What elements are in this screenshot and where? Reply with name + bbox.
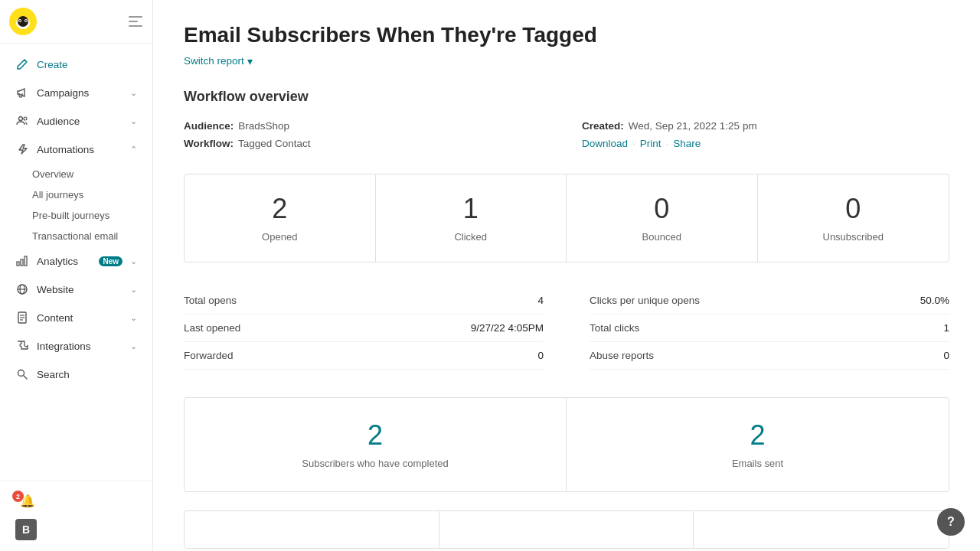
avatar: B (15, 519, 37, 540)
clicks-per-unique-row: Clicks per unique opens 50.0% (590, 287, 949, 315)
workflow-label: Workflow: (184, 138, 234, 149)
sidebar-item-automations[interactable]: Automations ⌃ (5, 135, 148, 163)
sidebar-item-audience[interactable]: Audience ⌄ (5, 107, 148, 135)
automations-label: Automations (37, 144, 122, 155)
workflow-info-grid: Audience: BradsShop Workflow: Tagged Con… (184, 120, 949, 155)
notification-badge: 2 (12, 491, 24, 502)
clicks-per-unique-label: Clicks per unique opens (590, 295, 700, 306)
stat-card-clicked: 1 Clicked (376, 174, 567, 262)
stat-card-bounced: 0 Bounced (567, 174, 758, 262)
switch-report-button[interactable]: Switch report ▾ (184, 55, 253, 67)
emails-sent-label: Emails sent (732, 458, 783, 469)
notification-button[interactable]: 2 🔔 (5, 487, 148, 514)
people-icon (15, 114, 29, 128)
svg-rect-13 (21, 259, 23, 266)
download-link[interactable]: Download (582, 138, 628, 149)
forwarded-row: Forwarded 0 (184, 342, 544, 370)
sidebar-item-search[interactable]: Search (5, 360, 148, 388)
mailchimp-logo[interactable] (9, 8, 37, 35)
avatar-button[interactable]: B (5, 514, 148, 545)
subnav-overview[interactable]: Overview (0, 164, 152, 184)
svg-rect-9 (129, 25, 142, 27)
subnav-transactional[interactable]: Transactional email (0, 226, 152, 246)
subnav-all-journeys[interactable]: All journeys (0, 184, 152, 205)
total-clicks-row: Total clicks 1 (590, 315, 949, 342)
website-chevron: ⌄ (130, 285, 137, 295)
sidebar-item-integrations[interactable]: Integrations ⌄ (5, 332, 148, 360)
analytics-label: Analytics (37, 256, 91, 267)
sidebar-item-content[interactable]: Content ⌄ (5, 304, 148, 331)
sidebar-header (0, 0, 152, 44)
subscribers-completed-card: 2 Subscribers who have completed (185, 398, 567, 491)
sidebar-item-create[interactable]: Create (5, 51, 148, 78)
bounced-label: Bounced (642, 231, 681, 243)
total-opens-label: Total opens (184, 295, 237, 306)
table-col-1 (185, 511, 439, 548)
abuse-reports-row: Abuse reports 0 (590, 342, 949, 370)
svg-rect-7 (129, 16, 142, 18)
page-title: Email Subscribers When They're Tagged (184, 23, 949, 47)
svg-rect-8 (129, 21, 138, 22)
total-clicks-label: Total clicks (590, 322, 639, 334)
svg-point-10 (19, 117, 23, 121)
content-label: Content (37, 312, 122, 324)
opened-number: 2 (200, 193, 360, 225)
emails-sent-number: 2 (582, 419, 933, 452)
campaigns-chevron: ⌄ (130, 88, 137, 98)
total-clicks-value: 1 (943, 322, 949, 334)
workflow-value: Tagged Contact (238, 138, 311, 149)
svg-point-11 (24, 117, 27, 120)
help-button[interactable]: ? (937, 508, 965, 536)
sidebar-item-campaigns[interactable]: Campaigns ⌄ (5, 79, 148, 106)
svg-line-23 (24, 376, 27, 379)
stats-cards: 2 Opened 1 Clicked 0 Bounced 0 Unsubscri… (184, 174, 949, 262)
audience-label: Audience (37, 116, 122, 127)
created-value: Wed, Sep 21, 2022 1:25 pm (629, 120, 757, 132)
sidebar-item-website[interactable]: Website ⌄ (5, 276, 148, 303)
opened-label: Opened (262, 231, 297, 243)
workflow-info-right: Created: Wed, Sep 21, 2022 1:25 pm Downl… (582, 120, 949, 155)
audience-row: Audience: BradsShop (184, 120, 551, 132)
total-opens-value: 4 (537, 295, 544, 306)
total-opens-row: Total opens 4 (184, 287, 544, 315)
bottom-stats-cards: 2 Subscribers who have completed 2 Email… (184, 397, 949, 492)
print-link[interactable]: Print (640, 138, 662, 149)
content-chevron: ⌄ (130, 313, 137, 323)
stat-card-unsubscribed: 0 Unsubscribed (758, 174, 949, 262)
integrations-label: Integrations (37, 341, 122, 352)
sidebar: Create Campaigns ⌄ Audience ⌄ Automation… (0, 0, 153, 551)
clicks-per-unique-value: 50.0% (920, 295, 949, 306)
subscribers-completed-label: Subscribers who have completed (302, 458, 449, 469)
audience-label: Audience: (184, 120, 234, 132)
website-label: Website (37, 284, 122, 295)
sidebar-toggle[interactable] (128, 14, 143, 29)
svg-point-22 (18, 370, 24, 377)
detail-stats: Total opens 4 Last opened 9/27/22 4:05PM… (184, 287, 949, 370)
unsubscribed-number: 0 (773, 193, 934, 225)
subnav-prebuilt[interactable]: Pre-built journeys (0, 205, 152, 226)
bolt-icon (15, 142, 29, 156)
sidebar-nav: Create Campaigns ⌄ Audience ⌄ Automation… (0, 44, 152, 481)
document-icon (15, 311, 29, 324)
main-content: Email Subscribers When They're Tagged Sw… (153, 0, 980, 551)
workflow-overview-title: Workflow overview (184, 89, 949, 105)
pencil-icon (15, 57, 29, 71)
audience-chevron: ⌄ (130, 116, 137, 126)
share-link[interactable]: Share (673, 138, 701, 149)
sidebar-item-analytics[interactable]: Analytics New ⌄ (5, 247, 148, 275)
detail-stats-right: Clicks per unique opens 50.0% Total clic… (590, 287, 949, 370)
subscribers-completed-number: 2 (200, 419, 550, 452)
search-icon (15, 367, 29, 381)
action-links: Download · Print · Share (582, 138, 949, 149)
workflow-row: Workflow: Tagged Contact (184, 138, 551, 149)
abuse-reports-value: 0 (943, 350, 949, 361)
sidebar-bottom: 2 🔔 B (0, 481, 152, 551)
stat-card-opened: 2 Opened (185, 174, 376, 262)
svg-point-5 (19, 20, 21, 21)
bottom-table (184, 510, 949, 549)
bounced-number: 0 (582, 193, 742, 225)
svg-point-6 (25, 20, 27, 21)
workflow-info-left: Audience: BradsShop Workflow: Tagged Con… (184, 120, 551, 155)
analytics-badge: New (99, 256, 122, 266)
clicked-label: Clicked (454, 231, 487, 243)
